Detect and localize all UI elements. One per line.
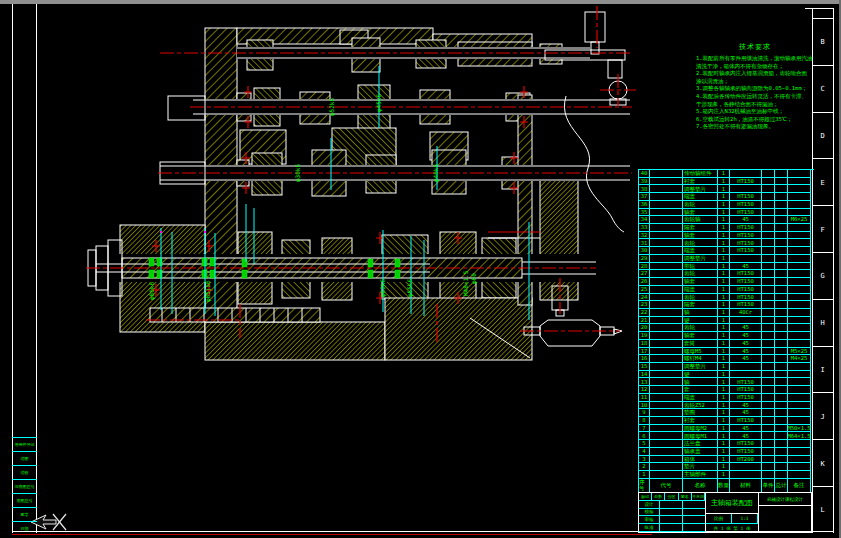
title-block: 标记处数分区签名年月日设计校核审核批准 主轴箱装配图 比例 1:1 共 1 张 …	[638, 492, 812, 533]
bom-cell: 16	[639, 355, 650, 363]
title-block-signature-grid: 标记处数分区签名年月日设计校核审核批准	[639, 493, 706, 532]
bom-table: 40传动轴组件139衬套1HT15038调整垫片137端盖1HT15036齿轮1…	[638, 169, 814, 493]
bom-cell: 1	[718, 263, 730, 271]
bom-cell	[775, 270, 788, 278]
bom-cell: 21	[639, 317, 650, 325]
revision-header-cell: 分区	[665, 493, 678, 500]
bom-cell: 圆螺母M1	[683, 432, 718, 440]
bom-cell: 35	[639, 209, 650, 217]
bom-cell: 1	[718, 201, 730, 209]
bom-cell: M5×25	[788, 348, 811, 356]
bom-cell	[775, 432, 788, 440]
bom-cell: 5	[639, 440, 650, 448]
bom-cell	[762, 332, 775, 340]
bom-row: 26轴套1HT150	[639, 278, 814, 286]
bom-row: 14键1	[639, 371, 814, 379]
bom-cell	[775, 294, 788, 302]
bom-cell	[775, 216, 788, 224]
bom-cell	[775, 378, 788, 386]
cad-viewport[interactable]: BCDEFGHIJKL	[0, 0, 841, 538]
dimension-label: φ40k6	[432, 164, 440, 182]
bom-cell: 传动轴组件	[683, 170, 718, 178]
aux-strip-cell: 借用件登记	[12, 437, 37, 451]
bom-cell	[762, 178, 775, 186]
bom-cell	[775, 263, 788, 271]
bom-cell: M64×1.5	[788, 432, 811, 440]
bom-cell: 45	[730, 263, 762, 271]
bom-cell: 18	[639, 340, 650, 348]
aux-strip-cell: 旧底图总号	[12, 479, 37, 493]
bom-cell: 7	[639, 425, 650, 433]
bom-cell	[762, 170, 775, 178]
bom-cell	[762, 193, 775, 201]
notes-title: 技术要求	[696, 42, 814, 52]
signature-cell	[660, 509, 683, 516]
bom-cell: 1	[718, 193, 730, 201]
bom-cell: 34	[639, 216, 650, 224]
bom-cell: 12	[639, 386, 650, 394]
signature-row: 校核	[639, 509, 705, 517]
bom-cell: HT150	[730, 247, 762, 255]
bom-cell: 齿轮Z52	[683, 402, 718, 410]
bom-cell	[730, 185, 762, 193]
bom-cell: 45	[730, 216, 762, 224]
bom-cell: HT150	[730, 239, 762, 247]
bom-cell: 3	[639, 456, 650, 464]
bom-cell	[762, 448, 775, 456]
bom-cell	[762, 432, 775, 440]
bom-cell: 1	[718, 348, 730, 356]
dimension-label: φ62k6	[379, 279, 387, 297]
bom-cell	[762, 417, 775, 425]
technical-notes: 技术要求 1.装配前所有零件用煤油清洗，滚动轴承用汽油清洗干净，箱体内不得有杂物…	[696, 42, 814, 131]
bom-cell: 45	[730, 332, 762, 340]
bom-cell	[788, 371, 811, 379]
bom-cell: 键	[683, 371, 718, 379]
bom-cell: 1	[718, 224, 730, 232]
note-line: 清洗干净，箱体内不得有杂物存在；	[696, 63, 814, 71]
bom-cell	[788, 463, 811, 471]
bom-cell	[762, 324, 775, 332]
notes-lines: 1.装配前所有零件用煤油清洗，滚动轴承用汽油清洗干净，箱体内不得有杂物存在；2.…	[696, 55, 814, 131]
bom-cell	[650, 216, 683, 224]
bom-cell	[788, 209, 811, 217]
note-line: 6.空载试运转2h，油温不得超过35℃；	[696, 116, 814, 124]
bom-cell	[788, 263, 811, 271]
bom-cell: 1	[718, 286, 730, 294]
bom-cell	[762, 440, 775, 448]
bom-cell: HT150	[730, 201, 762, 209]
bom-cell	[762, 340, 775, 348]
bom-cell: 31	[639, 239, 650, 247]
bom-cell	[650, 440, 683, 448]
signature-cell	[660, 501, 683, 508]
bom-cell: 齿轮	[683, 201, 718, 209]
bom-cell	[775, 394, 788, 402]
bom-cell	[730, 363, 762, 371]
bom-cell	[762, 216, 775, 224]
revision-header-cell: 年月日	[692, 493, 705, 500]
bom-cell: 9	[639, 409, 650, 417]
bom-cell: 1	[718, 324, 730, 332]
bom-cell: 1	[718, 440, 730, 448]
bom-cell	[650, 448, 683, 456]
dimension-label: φ60	[470, 273, 478, 284]
bom-row: 32轴套1HT150	[639, 232, 814, 240]
signature-cell	[683, 516, 705, 523]
bom-cell: 1	[718, 386, 730, 394]
bom-cell: 1	[718, 178, 730, 186]
bom-cell	[788, 456, 811, 464]
bom-cell: 45	[730, 324, 762, 332]
bom-cell	[762, 348, 775, 356]
bom-cell	[650, 185, 683, 193]
bom-cell	[730, 471, 762, 479]
scale-value: 1:1	[732, 514, 758, 523]
bom-cell	[775, 440, 788, 448]
bom-cell: 45	[730, 425, 762, 433]
bom-cell: HT150	[730, 224, 762, 232]
bom-cell: HT150	[730, 286, 762, 294]
bom-cell	[762, 402, 775, 410]
bom-cell: HT150	[730, 193, 762, 201]
bom-cell: HT150	[730, 301, 762, 309]
bom-cell	[650, 378, 683, 386]
bom-cell: 20	[639, 324, 650, 332]
bom-cell: 端盖	[683, 193, 718, 201]
